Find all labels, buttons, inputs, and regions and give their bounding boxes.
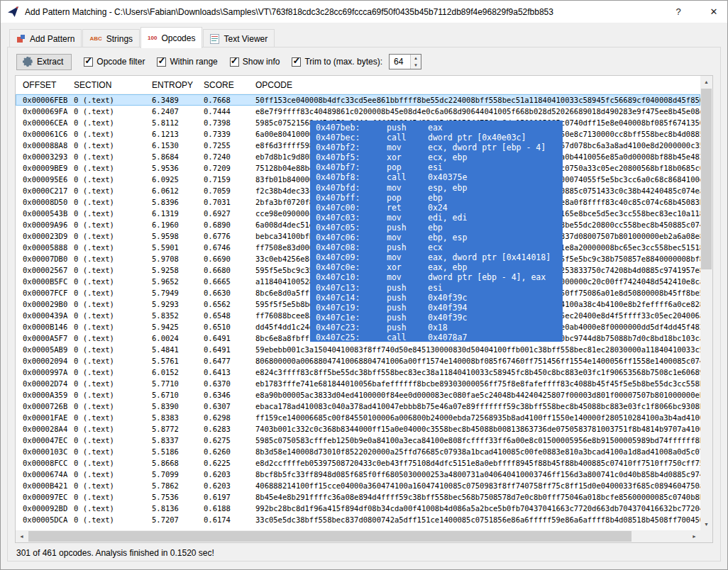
table-row[interactable]: 0x00002D74 0 (.text) 5.7710 0.6370 eb178… <box>16 378 700 389</box>
instruction-address: 0x407c13: <box>316 283 387 293</box>
offset-cell: 0x000023D9 <box>16 230 74 242</box>
tab-add-pattern[interactable]: Add Pattern <box>9 29 82 48</box>
tab-label: Strings <box>106 34 133 44</box>
offset-cell: 0x000047EC <box>16 435 74 446</box>
vertical-scrollbar[interactable]: ▲ ▼ <box>700 76 712 530</box>
toolbar-checkbox[interactable]: Show info <box>230 57 280 67</box>
entropy-cell: 5.4841 <box>152 344 204 355</box>
tab-opcodes[interactable]: 100 Opcodes <box>140 27 202 48</box>
score-cell: 0.6680 <box>204 264 255 276</box>
opcode-cell: 7403b001c332c0c368b8344000ff15a0e04000c3… <box>255 423 700 435</box>
horizontal-scrollbar-thumb[interactable] <box>28 531 632 542</box>
checkbox-label: Show info <box>243 57 280 67</box>
scroll-right-icon[interactable]: ► <box>688 530 700 542</box>
entropy-cell: 5.8390 <box>152 401 204 412</box>
column-header-entropy[interactable]: ENTROPY <box>152 80 204 90</box>
section-cell: 0 (.text) <box>74 401 152 412</box>
offset-cell: 0x0000B421 <box>16 480 74 491</box>
instruction-operands: 0x4078a7 <box>428 332 563 342</box>
scroll-down-icon[interactable]: ▼ <box>700 518 712 530</box>
opcode-cell: ff159ce140006685c00f84550100006a006800b2… <box>255 412 700 423</box>
section-cell: 0 (.text) <box>74 469 152 480</box>
table-row[interactable]: 0x0000997A 0 (.text) 6.0152 0.6413 e824c… <box>16 367 700 378</box>
table-row[interactable]: 0x0000A359 0 (.text) 5.6710 0.6346 e8a90… <box>16 389 700 401</box>
section-cell: 0 (.text) <box>74 344 152 355</box>
disassembly-line: 0x407c03: mov edi, edi <box>316 213 563 223</box>
offset-cell: 0x00008D50 <box>16 196 74 208</box>
table-row[interactable]: 0x0000103C 0 (.text) 5.5186 0.6260 8b3d5… <box>16 446 700 457</box>
column-header-score[interactable]: SCORE <box>204 80 255 90</box>
opcode-cell: e824c3ffff83c8ff5be55dc38bff558bec83ec38… <box>255 367 700 378</box>
entropy-cell: 6.0152 <box>152 367 204 378</box>
spinner-buttons: ▲ ▼ <box>410 55 421 69</box>
section-cell: 0 (.text) <box>74 503 152 514</box>
disassembly-line: 0x407bfd: mov esp, ebp <box>316 183 563 193</box>
tab-bar: Add Pattern ABC Strings 100 Opcodes Text… <box>1 23 727 48</box>
toolbar-checkbox[interactable]: Trim to (max. bytes): <box>292 57 382 67</box>
instruction-address: 0x407c09: <box>316 252 387 262</box>
tab-strings[interactable]: ABC Strings <box>82 29 140 48</box>
spinner-up-button[interactable]: ▲ <box>411 55 421 62</box>
max-bytes-spinner[interactable]: 64 ▲ ▼ <box>389 54 421 69</box>
instruction-mnemonic: mov <box>387 233 428 242</box>
instruction-operands: ecx, ebp <box>428 152 563 162</box>
max-bytes-value[interactable]: 64 <box>390 55 410 69</box>
column-header-section[interactable]: SECTION <box>74 80 152 90</box>
scroll-left-icon[interactable]: ◄ <box>16 530 28 542</box>
score-cell: 0.6275 <box>204 435 255 446</box>
column-header-opcode[interactable]: OPCODE <box>255 80 712 90</box>
close-button[interactable]: ✕ <box>700 1 727 23</box>
vertical-scrollbar-thumb[interactable] <box>701 89 712 269</box>
entropy-cell: 5.5761 <box>152 355 204 367</box>
spinner-down-button[interactable]: ▼ <box>411 62 421 69</box>
section-cell: 0 (.text) <box>74 367 152 378</box>
entropy-cell: 5.9258 <box>152 264 204 276</box>
checkbox-label: Opcode filter <box>96 57 145 67</box>
offset-cell: 0x0000543B <box>16 208 74 219</box>
extract-button[interactable]: Extract <box>16 54 72 70</box>
table-row[interactable]: 0x00005AB9 0 (.text) 5.4841 0.6491 59ebe… <box>16 344 700 355</box>
checkbox-group: Opcode filter Within range Show info <box>84 57 382 67</box>
section-cell: 0 (.text) <box>74 264 152 276</box>
section-cell: 0 (.text) <box>74 389 152 401</box>
table-row[interactable]: 0x00006FEB 0 (.text) 6.3489 0.7668 50ff1… <box>16 94 700 106</box>
scroll-up-icon[interactable]: ▲ <box>700 76 712 88</box>
checkbox-label: Trim to (max. bytes): <box>304 57 382 67</box>
entropy-cell: 5.8337 <box>152 435 204 446</box>
table-row[interactable]: 0x00001FAE 0 (.text) 5.8383 0.6298 ff159… <box>16 412 700 423</box>
tab-text-viewer[interactable]: Text Viewer <box>203 29 275 48</box>
toolbar-checkbox[interactable]: Opcode filter <box>84 57 145 67</box>
instruction-operands: 0x40f394 <box>428 303 563 313</box>
table-row[interactable]: 0x000097EC 0 (.text) 5.7536 0.6197 8b45e… <box>16 491 700 503</box>
offset-cell: 0x00009A96 <box>16 219 74 230</box>
table-row[interactable]: 0x000069FA 0 (.text) 6.2407 0.7444 e8e7f… <box>16 106 700 117</box>
strings-icon: ABC <box>89 35 101 42</box>
opcodes-icon: 100 <box>148 35 157 41</box>
disassembly-line: 0x407bf8: call 0x40375e <box>316 172 563 182</box>
disassembly-tooltip: 0x407beb: push eax 0x407bec: call dword … <box>310 121 563 342</box>
column-header-offset[interactable]: OFFSET <box>16 80 74 90</box>
tab-label: Text Viewer <box>224 34 268 44</box>
table-row[interactable]: 0x000092BD 0 (.text) 5.8136 0.6188 992bc… <box>16 503 700 514</box>
disassembly-line: 0x407c0e: xor eax, ebp <box>316 262 563 272</box>
table-row[interactable]: 0x000028A4 0 (.text) 5.8772 0.6283 7403b… <box>16 423 700 435</box>
table-row[interactable]: 0x0000674A 0 (.text) 5.7099 0.6203 8bcf8… <box>16 469 700 480</box>
checkbox-box <box>157 57 166 67</box>
table-row[interactable]: 0x00005DCA 0 (.text) 5.7207 0.6174 33c05… <box>16 514 700 525</box>
toolbar-checkbox[interactable]: Within range <box>157 57 217 67</box>
help-button[interactable]: ? <box>665 1 692 23</box>
table-row[interactable]: 0x0000726B 0 (.text) 5.8390 0.6307 ebaca… <box>16 401 700 412</box>
offset-cell: 0x000061C6 <box>16 128 74 140</box>
instruction-address: 0x407bec: <box>316 133 387 142</box>
table-row[interactable]: 0x000047EC 0 (.text) 5.8337 0.6275 5985c… <box>16 435 700 446</box>
table-row[interactable]: 0x0000B421 0 (.text) 5.7862 0.6203 40688… <box>16 480 700 491</box>
opcode-cell: 8bcf8b5fc33ff8948d085f685f0ff68050300002… <box>255 469 700 480</box>
table-row[interactable]: 0x00008FCC 0 (.text) 5.8668 0.6225 e8d2c… <box>16 457 700 469</box>
instruction-address: 0x407c1e: <box>316 313 387 323</box>
table-row[interactable]: 0x00002094 0 (.text) 5.5761 0.6477 80680… <box>16 355 700 367</box>
offset-cell: 0x000088A8 <box>16 140 74 151</box>
horizontal-scrollbar[interactable]: ◄ ► <box>16 530 700 542</box>
score-cell: 0.6370 <box>204 378 255 389</box>
disassembly-line: 0x407c05: push ebp <box>316 223 563 233</box>
score-cell: 0.6203 <box>204 480 255 491</box>
